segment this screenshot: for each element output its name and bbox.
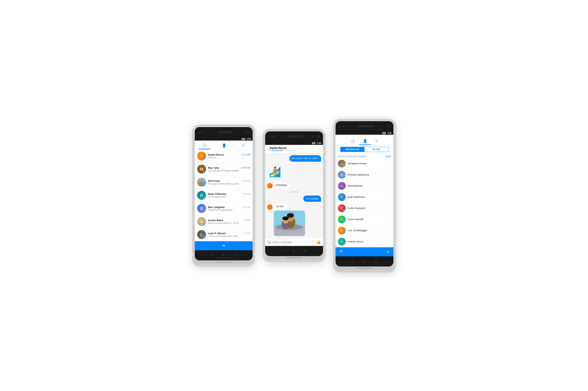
more-options-button[interactable]: ⋮: [317, 147, 321, 151]
recent-button-2[interactable]: □: [304, 249, 306, 253]
messenger-tabs: 🕐 👤 ⚙: [195, 141, 253, 149]
conv-header-austin: Austin Bales 7:43 AM: [208, 219, 250, 222]
back-button-chat[interactable]: ‹: [268, 147, 269, 151]
tab-recent-3[interactable]: 🕐: [347, 138, 359, 145]
edit-button[interactable]: EDIT: [386, 155, 391, 158]
beach-photo-svg: [274, 210, 305, 236]
more-jonathan[interactable]: ⋮: [388, 162, 391, 165]
person-item-kurtis[interactable]: K m Kurtis Nusbaum ⋮: [336, 203, 393, 214]
conv-surf-crew[interactable]: m Surf Crew 9:37 AM You guys wanna meet …: [195, 176, 253, 189]
person-item-andrew[interactable]: A m Andrew Munn ⋮: [336, 236, 393, 247]
person-item-jonathan[interactable]: J m Jonathan Perlow ⋮: [336, 158, 393, 169]
conv-ben[interactable]: B f Ben Langholz 8:35 AM Thanks for stop…: [195, 202, 253, 215]
conv-content-luke: Luke P. Woods 7:15 AM I think you should…: [208, 232, 250, 238]
back-button-2[interactable]: ‹: [282, 249, 283, 253]
conv-name-mac: Mac Tyler: [208, 166, 220, 169]
compose-icon[interactable]: ✉: [222, 244, 225, 248]
phone-3: ▌▌▌ 1:38 🕐 👤 ⚙ MESSENGER ACTIVE: [333, 119, 396, 272]
phone-1: ▌▌▌ 1:38 🕐 👤 ⚙ S: [193, 125, 255, 266]
phone-2-speaker: [288, 135, 303, 137]
person-item-luiz[interactable]: L m Luiz Scheidegger ⋮: [336, 225, 393, 236]
phone-1-bottom-edge: [195, 260, 253, 264]
back-button-1[interactable]: ‹: [211, 254, 212, 257]
dot-5: [339, 125, 341, 127]
time-1: 1:38: [247, 138, 251, 140]
conv-austin[interactable]: A m Austin Bales 7:43 AM Meet you downst…: [195, 215, 253, 228]
conv-ryan[interactable]: R m Ryan O'Rourke 9:24 AM I'm bringing f…: [195, 189, 253, 202]
recent-button-1[interactable]: □: [234, 254, 236, 257]
photo-people: [274, 210, 305, 236]
conv-preview-ben: Thanks for stopping by! ✓: [208, 209, 250, 211]
phone-3-bottom-speaker: [357, 268, 372, 269]
surfer-sticker: 🏄: [267, 164, 283, 180]
more-eyal[interactable]: ⋮: [388, 195, 391, 199]
conv-mac-tyler[interactable]: M m Mac Tyler 10:02 AM Let's go see Gira…: [195, 163, 253, 176]
like-icon[interactable]: 👍: [316, 240, 321, 244]
msg-row-1: the beach with us later?: [267, 155, 321, 162]
conv-sasha-rosse[interactable]: S m Sasha Rosse 10:24 AM Perfect!: [195, 150, 253, 163]
avatar-kurtis: K m: [338, 204, 346, 212]
chat-input[interactable]: [273, 241, 310, 244]
people-tabs: 🕐 👤 ⚙: [347, 136, 382, 145]
home-button-1[interactable]: ⌂: [222, 254, 224, 257]
badge-austin: m: [203, 223, 206, 226]
people-tabs-toggle: MESSENGER ACTIVE: [340, 147, 389, 152]
msg-avatar-sasha-2: [267, 204, 273, 210]
more-olivia[interactable]: ⋮: [388, 184, 391, 188]
more-richard[interactable]: ⋮: [388, 173, 391, 177]
emoji-icon[interactable]: ☺: [311, 240, 314, 244]
conv-time-ryan: 9:24 AM: [242, 193, 250, 195]
toggle-active[interactable]: ACTIVE: [365, 147, 389, 152]
back-button-3[interactable]: ‹: [352, 260, 353, 263]
attach-icon[interactable]: 📎: [267, 240, 271, 244]
toggle-messenger[interactable]: MESSENGER: [340, 147, 365, 152]
conv-time-luke: 7:15 AM: [242, 232, 250, 234]
person-item-richard[interactable]: R m Richard Zadorozny ⋮: [336, 169, 393, 181]
time-3: 1:38: [387, 132, 391, 134]
tab-settings-3[interactable]: ⚙: [371, 138, 382, 145]
person-name-eyal: Eyal Guthmann: [348, 196, 386, 198]
photo-message: [274, 210, 305, 236]
recent-button-3[interactable]: □: [375, 260, 377, 263]
msg-row-outside: I'm outside!: [267, 196, 321, 202]
phone-3-screen-wrapper: ▌▌▌ 1:38 🕐 👤 ⚙ MESSENGER ACTIVE: [336, 131, 393, 256]
tab-people-3[interactable]: 👤: [359, 138, 371, 145]
time-2: 1:38: [317, 142, 321, 144]
phone-3-camera: [388, 125, 390, 127]
check-ryan: ↩: [226, 196, 228, 198]
more-kurtis[interactable]: ⋮: [388, 206, 391, 210]
group-piece-3: [197, 182, 201, 187]
messenger-tabs-header: 🕐 👤 ⚙: [195, 141, 253, 150]
sticker-area: 🏄: [267, 163, 321, 181]
person-name-richard: Richard Zadorozny: [348, 173, 386, 176]
more-andrew[interactable]: ⋮: [388, 240, 391, 243]
person-item-olivia[interactable]: O m Olivia Bishop ⋮: [336, 181, 393, 192]
home-button-3[interactable]: ⌂: [363, 260, 365, 263]
conv-header-mac: Mac Tyler 10:02 AM: [208, 166, 250, 169]
chat-messages: the beach with us later? 🏄 Definitely! 1…: [265, 153, 323, 238]
conv-content-austin: Austin Bales 7:43 AM Meet you downstairs…: [208, 219, 250, 224]
dot-3: [269, 136, 270, 137]
more-luiz[interactable]: ⋮: [388, 228, 391, 232]
badge-luke: m: [203, 236, 206, 239]
tab-settings[interactable]: ⚙: [238, 142, 249, 149]
more-aaron[interactable]: ⋮: [388, 217, 391, 221]
chat-input-bar: 📎 ☺ 👍: [265, 238, 323, 246]
people-tabs-header: 🕐 👤 ⚙: [336, 135, 393, 145]
add-person-button[interactable]: +: [386, 249, 389, 255]
search-icon[interactable]: 🔍: [339, 250, 344, 254]
person-item-aaron[interactable]: A m Aaron Sarnoff ⋮: [336, 214, 393, 225]
avatar-richard: R m: [338, 171, 346, 179]
conv-luke[interactable]: L m Luke P. Woods 7:15 AM I think you sh…: [195, 228, 253, 241]
tab-recent[interactable]: 🕐: [198, 142, 211, 149]
phone-1-dots: [198, 131, 203, 133]
home-button-2[interactable]: ⌂: [293, 249, 294, 253]
tab-people[interactable]: 👤: [218, 142, 230, 149]
dot-6: [342, 125, 344, 127]
phone-2-screen: ‹ Sasha Rosse ✔ MESSENGER · ACTIVE NOW ⋮: [265, 145, 323, 246]
status-bar-2: ▌▌▌ 1:38: [265, 142, 323, 145]
phone-1-camera: [247, 131, 249, 133]
badge-ryan: m: [203, 197, 206, 200]
avatar-ryan: R m: [197, 191, 206, 200]
person-item-eyal[interactable]: E m Eyal Guthmann ⋮: [336, 192, 393, 203]
